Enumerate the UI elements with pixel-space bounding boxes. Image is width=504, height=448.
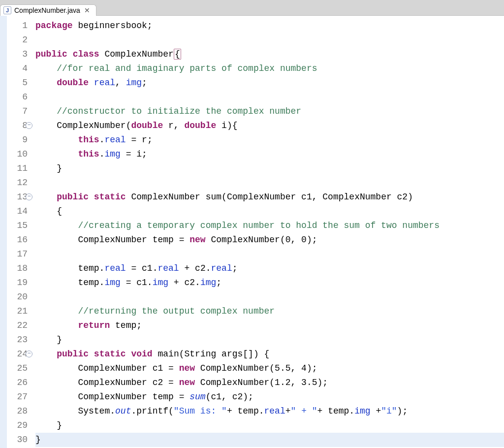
code-line[interactable]: System.out.printf("Sum is: "+ temp.real+…	[35, 404, 504, 418]
line-number[interactable]: 16	[7, 233, 31, 247]
code-line[interactable]: ComplexNumber temp = new ComplexNumber(0…	[35, 233, 504, 247]
code-token: ;	[232, 263, 238, 273]
code-line[interactable]: //returning the output complex number	[35, 304, 504, 319]
code-token: "i"	[381, 406, 397, 416]
code-line[interactable]: package beginnersbook;	[35, 19, 504, 33]
code-line[interactable]: //for real and imaginary parts of comple…	[35, 62, 504, 76]
code-line[interactable]	[35, 247, 504, 261]
code-token: img	[354, 406, 370, 416]
code-line[interactable]: ComplexNumber temp = sum(c1, c2);	[35, 390, 504, 404]
line-number[interactable]: 9	[7, 133, 31, 147]
code-line[interactable]: ComplexNumber c1 = new ComplexNumber(5.5…	[35, 361, 504, 376]
line-number[interactable]: 23	[7, 333, 31, 347]
code-editor[interactable]: 12345678−910111213−141516171819202122232…	[0, 16, 504, 448]
code-line[interactable]	[35, 90, 504, 104]
line-number[interactable]: 6	[7, 90, 31, 104]
code-line[interactable]	[35, 290, 504, 304]
code-token: .printf(	[131, 406, 173, 416]
line-number[interactable]: 28	[7, 404, 31, 418]
code-token: }	[35, 435, 41, 445]
code-line[interactable]: }	[35, 418, 504, 433]
code-line[interactable]: temp.real = c1.real + c2.real;	[35, 261, 504, 276]
code-line[interactable]: this.real = r;	[35, 133, 504, 147]
code-token: .	[99, 149, 105, 159]
code-token: .	[99, 135, 105, 145]
line-number[interactable]: 24−	[7, 347, 31, 361]
code-line[interactable]: double real, img;	[35, 76, 504, 90]
code-token: real	[94, 78, 115, 88]
line-number[interactable]: 2	[7, 33, 31, 47]
line-number[interactable]: 7	[7, 104, 31, 119]
code-token: img	[200, 278, 216, 288]
line-number[interactable]: 5	[7, 76, 31, 90]
line-number[interactable]: 14	[7, 204, 31, 219]
code-token: sum	[189, 392, 205, 402]
code-token: this	[78, 149, 99, 159]
java-file-icon-letter: J	[6, 7, 9, 13]
line-number[interactable]: 27	[7, 390, 31, 404]
code-token: img	[104, 278, 120, 288]
line-number[interactable]: 13−	[7, 190, 31, 204]
code-line[interactable]	[35, 33, 504, 47]
line-number[interactable]: 17	[7, 247, 31, 261]
line-number[interactable]: 1	[7, 19, 31, 33]
line-number[interactable]: 11	[7, 161, 31, 176]
code-line[interactable]	[35, 176, 504, 190]
code-token: ComplexNumber c2 =	[35, 378, 179, 387]
code-line[interactable]: public static ComplexNumber sum(ComplexN…	[35, 190, 504, 204]
code-area[interactable]: package beginnersbook;public class Compl…	[31, 16, 504, 448]
code-line[interactable]: ComplexNumber c2 = new ComplexNumber(1.2…	[35, 376, 504, 390]
code-token: + temp.	[317, 406, 355, 416]
code-token: i){	[216, 121, 237, 130]
line-number[interactable]: 21	[7, 304, 31, 319]
fold-toggle-icon[interactable]: −	[26, 122, 32, 129]
code-token: ComplexNumber c1 =	[35, 363, 179, 373]
line-number[interactable]: 20	[7, 290, 31, 304]
code-line[interactable]: }	[35, 433, 504, 447]
line-number[interactable]: 12	[7, 176, 31, 190]
code-line[interactable]: }	[35, 161, 504, 176]
code-token: +	[371, 406, 381, 416]
code-token: public	[57, 349, 89, 359]
code-line[interactable]: }	[35, 333, 504, 347]
line-number[interactable]: 26	[7, 376, 31, 390]
close-icon[interactable]: ✕	[83, 6, 91, 14]
fold-toggle-icon[interactable]: −	[26, 193, 32, 200]
line-number[interactable]: 10	[7, 147, 31, 161]
code-token	[35, 349, 57, 359]
line-number[interactable]: 25	[7, 361, 31, 376]
code-line[interactable]: {	[35, 204, 504, 219]
code-line[interactable]: return temp;	[35, 319, 504, 333]
code-line[interactable]: public class ComplexNumber{	[35, 47, 504, 62]
line-number[interactable]: 19	[7, 276, 31, 290]
line-number[interactable]: 22	[7, 319, 31, 333]
code-token: ComplexNumber sum(ComplexNumber c1, Comp…	[126, 192, 413, 202]
code-token: beginnersbook;	[73, 21, 153, 31]
line-number[interactable]: 8−	[7, 119, 31, 133]
code-token: +	[285, 406, 291, 416]
code-line[interactable]: temp.img = c1.img + c2.img;	[35, 276, 504, 290]
editor-tab[interactable]: J ComplexNumber.java ✕	[0, 4, 96, 16]
code-line[interactable]: //constructor to initialize the complex …	[35, 104, 504, 119]
line-number[interactable]: 30	[7, 433, 31, 447]
code-token	[89, 349, 94, 359]
line-number[interactable]: 29	[7, 418, 31, 433]
fold-toggle-icon[interactable]: −	[26, 351, 32, 357]
code-token: new	[179, 378, 195, 387]
line-number[interactable]: 15	[7, 219, 31, 233]
line-number[interactable]: 3	[7, 47, 31, 62]
code-token: //for real and imaginary parts of comple…	[57, 64, 317, 73]
code-token: = i;	[121, 149, 147, 159]
line-number[interactable]: 18	[7, 261, 31, 276]
code-token: real	[104, 263, 126, 273]
code-token: = c1.	[126, 263, 158, 273]
code-line[interactable]: this.img = i;	[35, 147, 504, 161]
code-token: double	[57, 78, 89, 88]
code-line[interactable]: ComplexNumber(double r, double i){	[35, 119, 504, 133]
code-line[interactable]: //creating a temporary complex number to…	[35, 219, 504, 233]
java-file-icon: J	[3, 6, 11, 14]
line-number[interactable]: 4	[7, 62, 31, 76]
tab-bar: J ComplexNumber.java ✕	[0, 0, 504, 16]
line-number-gutter[interactable]: 12345678−910111213−141516171819202122232…	[7, 16, 31, 448]
code-line[interactable]: public static void main(String args[]) {	[35, 347, 504, 361]
